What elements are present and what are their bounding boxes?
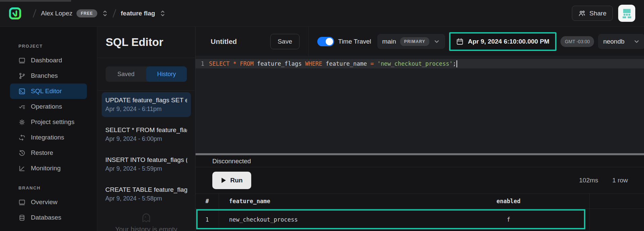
sidebar-item-operations[interactable]: Operations: [10, 99, 87, 114]
sidebar-item-label: Monitoring: [31, 165, 61, 172]
column-header-index: #: [196, 194, 219, 209]
cell-row-index: 1: [196, 209, 219, 230]
org-switcher-icon[interactable]: [102, 9, 108, 18]
sidebar-item-label: Restore: [31, 149, 53, 157]
sidebar-item-sql-editor[interactable]: SQL Editor: [10, 83, 87, 99]
tab-saved[interactable]: Saved: [106, 66, 146, 82]
cell-enabled: f: [474, 216, 543, 223]
share-button[interactable]: Share: [572, 6, 613, 21]
share-label: Share: [589, 10, 606, 17]
history-item[interactable]: INSERT INTO feature_flags (fe... Apr 9, …: [102, 152, 191, 177]
time-travel-datetime-picker[interactable]: Apr 9, 2024 6:10:00.000 PM: [449, 32, 556, 51]
sidebar-item-monitoring[interactable]: Monitoring: [10, 161, 87, 176]
history-query: SELECT * FROM feature_flags ...: [105, 126, 187, 134]
cell-feature-name: new_checkout_process: [219, 216, 474, 223]
history-timestamp: Apr 9, 2024 - 5:59pm: [105, 165, 187, 172]
timezone-badge: GMT -03:00: [560, 36, 594, 47]
run-button[interactable]: Run: [212, 172, 251, 189]
sql-code-editor[interactable]: 1SELECT * FROM feature_flags WHERE featu…: [196, 56, 644, 153]
git-branch-icon: [18, 72, 25, 79]
sidebar-item-label: Branches: [31, 72, 58, 79]
gear-icon: [18, 119, 25, 126]
chevron-down-icon: [633, 38, 640, 45]
overview-window-icon: [18, 199, 25, 206]
terminal-icon: [18, 88, 25, 95]
neon-logo-icon[interactable]: [9, 7, 21, 20]
history-item[interactable]: CREATE TABLE feature_flags ( f... Apr 9,…: [102, 182, 191, 207]
history-item[interactable]: SELECT * FROM feature_flags ... Apr 9, 2…: [102, 122, 191, 147]
sidebar-item-label: Integrations: [31, 134, 64, 141]
sql-editor-panel: SQL Editor Saved History UPDATE feature_…: [97, 27, 196, 231]
breadcrumb-divider: [113, 9, 116, 17]
history-query: UPDATE feature_flags SET ena...: [105, 97, 187, 104]
sidebar-item-restore[interactable]: Restore: [10, 145, 87, 161]
history-query: CREATE TABLE feature_flags ( f...: [105, 186, 187, 193]
row-count: 1 row: [612, 177, 628, 184]
results-header-row: # feature_name enabled: [196, 194, 644, 209]
integrations-icon: [18, 134, 25, 141]
editor-header: Untitled Save Time Travel main PRIMARY A…: [196, 27, 644, 56]
page-title: SQL Editor: [97, 27, 195, 58]
sidebar-item-integrations[interactable]: Integrations: [10, 130, 87, 145]
operations-checklist-icon: [18, 103, 25, 110]
database-icon: [18, 214, 25, 221]
column-header-enabled: enabled: [474, 198, 543, 205]
primary-badge: PRIMARY: [400, 37, 429, 46]
query-duration: 102ms: [579, 177, 598, 184]
table-row[interactable]: 1 new_checkout_process f: [196, 209, 644, 230]
database-name: neondb: [603, 38, 624, 45]
top-bar: Alex Lopez FREE feature flag Share: [0, 0, 644, 27]
sidebar-item-dashboard[interactable]: Dashboard: [10, 53, 87, 68]
chevron-down-icon: [433, 38, 440, 45]
sidebar-item-overview[interactable]: Overview: [10, 194, 87, 210]
history-empty-state: Your history is empty: [102, 226, 191, 231]
breadcrumb-project[interactable]: feature flag: [121, 10, 155, 17]
window-edge-artifact: [0, 0, 71, 2]
restore-clock-icon: [18, 150, 25, 157]
calendar-icon: [456, 38, 464, 45]
text-cursor: [457, 60, 457, 67]
results-table: # feature_name enabled 1 new_checkout_pr…: [196, 194, 644, 231]
sidebar-item-project-settings[interactable]: Project settings: [10, 114, 87, 130]
project-switcher-icon[interactable]: [160, 9, 166, 18]
branch-select[interactable]: main PRIMARY: [377, 34, 445, 49]
plan-badge: FREE: [76, 9, 97, 17]
sidebar-item-label: Databases: [31, 214, 61, 221]
sidebar-item-label: Dashboard: [31, 57, 62, 64]
history-query: INSERT INTO feature_flags (fe...: [105, 156, 187, 164]
tab-history[interactable]: History: [146, 66, 187, 82]
query-doc-title[interactable]: Untitled: [211, 38, 237, 46]
chart-icon: [18, 165, 25, 172]
play-icon: [221, 177, 226, 183]
history-timestamp: Apr 9, 2024 - 5:58pm: [105, 195, 187, 202]
sidebar-item-branches[interactable]: Branches: [10, 68, 87, 83]
branch-name: main: [382, 38, 396, 45]
datetime-value: Apr 9, 2024 6:10:00.000 PM: [468, 38, 549, 45]
save-button[interactable]: Save: [270, 34, 300, 49]
share-people-icon: [578, 10, 586, 17]
sidebar-item-label: Operations: [31, 103, 62, 110]
code-line-1: 1SELECT * FROM feature_flags WHERE featu…: [196, 59, 644, 68]
sidebar-item-label: Overview: [31, 198, 57, 206]
column-header-feature-name: feature_name: [219, 198, 474, 205]
time-travel-toggle[interactable]: [317, 37, 334, 46]
avatar[interactable]: [618, 5, 635, 22]
history-list: UPDATE feature_flags SET ena... Apr 9, 2…: [97, 91, 195, 231]
sidebar-item-databases[interactable]: Databases: [10, 210, 87, 225]
dashboard-icon: [18, 57, 25, 64]
ghost-icon: [139, 212, 153, 223]
saved-history-tabs: Saved History: [106, 66, 187, 82]
history-item[interactable]: UPDATE feature_flags SET ena... Apr 9, 2…: [102, 92, 191, 117]
breadcrumb-divider: [33, 9, 37, 17]
database-select[interactable]: neondb: [598, 34, 644, 49]
breadcrumb-org[interactable]: Alex Lopez: [41, 10, 72, 17]
history-timestamp: Apr 9, 2024 - 6:11pm: [105, 106, 187, 113]
history-timestamp: Apr 9, 2024 - 6:00pm: [105, 135, 187, 142]
sidebar: PROJECT Dashboard Branches SQL Editor Op…: [0, 27, 97, 231]
sidebar-section-branch: BRANCH: [18, 185, 97, 190]
editor-main: Untitled Save Time Travel main PRIMARY A…: [196, 27, 644, 231]
sidebar-section-project: PROJECT: [18, 44, 97, 49]
sidebar-item-label: Project settings: [31, 118, 74, 126]
line-number: 1: [196, 60, 209, 67]
connection-status: Disconnected: [212, 158, 251, 165]
